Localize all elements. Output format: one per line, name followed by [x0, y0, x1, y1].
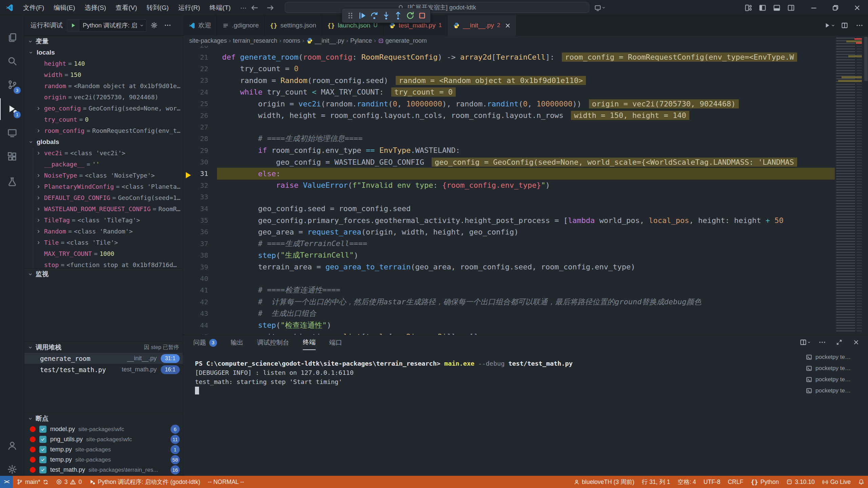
notifications-bell[interactable] — [854, 476, 868, 488]
activity-search[interactable] — [0, 50, 24, 72]
breadcrumb-item[interactable]: site-packages — [189, 37, 227, 44]
variable-row[interactable]: geo_config=GeoConfig(seed=None, wor… — [24, 103, 183, 114]
breadcrumb-item[interactable]: Pylance — [350, 37, 372, 44]
window-close-button[interactable] — [846, 0, 868, 15]
code-line[interactable]: 44 step("检查连通性") — [183, 319, 835, 331]
terminal-layout-icon[interactable] — [800, 337, 811, 348]
breakpoint-checkbox[interactable] — [39, 466, 46, 473]
variable-row[interactable]: MAX_TRY_COUNT=1000 — [24, 248, 183, 259]
restart-button[interactable] — [405, 10, 416, 21]
nav-back-icon[interactable] — [249, 2, 260, 13]
activity-testing[interactable] — [0, 171, 24, 192]
editor-more-actions[interactable] — [853, 19, 866, 32]
activity-explorer[interactable] — [0, 26, 24, 48]
step-over-button[interactable] — [369, 10, 380, 21]
continue-button[interactable] — [357, 10, 368, 21]
nav-forward-icon[interactable] — [265, 2, 276, 13]
variable-row[interactable]: WASTELAND_ROOM_REQUEST_CONFIG=RoomR… — [24, 203, 183, 215]
variable-row[interactable]: NoiseType=<class 'NoiseType'> — [24, 170, 183, 181]
git-branch-status[interactable]: main* — [13, 476, 52, 488]
code-editor[interactable]: 2021def generate_room(room_config: RoomR… — [183, 46, 835, 335]
code-line[interactable]: 26 width, height = room_config.layout.n_… — [183, 109, 835, 121]
go-live-status[interactable]: Go Live — [818, 476, 854, 488]
current-execution-line[interactable]: 31 else: — [183, 168, 835, 179]
variable-row[interactable]: room_config=RoomRequestConfig(env_t… — [24, 125, 183, 136]
variable-row[interactable]: stop=<function stop at 0x1bf8d716d… — [24, 259, 183, 268]
tab-__init__-py[interactable]: __init__.py2 — [448, 15, 517, 36]
menu-item-2[interactable]: 选择(S) — [80, 0, 111, 15]
toggle-panel-icon[interactable] — [770, 0, 784, 15]
code-line[interactable]: 41 # ====检查连通性==== — [183, 284, 835, 296]
menu-item-3[interactable]: 查看(V) — [111, 0, 142, 15]
code-line[interactable]: 25 origin = vec2i(random.randint(0, 1000… — [183, 98, 835, 109]
variable-row[interactable]: Random=<class 'Random'> — [24, 226, 183, 237]
code-line[interactable]: 39 terrain_area = geo_area_to_terrain(ge… — [183, 261, 835, 272]
encoding-status[interactable]: UTF-8 — [700, 476, 724, 488]
problems-status[interactable]: 3 0 — [52, 476, 85, 488]
window-minimize-button[interactable] — [803, 0, 825, 15]
code-line[interactable]: 23 random = Random(room_config.seed)rand… — [183, 75, 835, 86]
debug-settings-gear-icon[interactable] — [148, 19, 160, 32]
code-line[interactable]: 33 — [183, 191, 835, 203]
menu-item-6[interactable]: 终端(T) — [205, 0, 235, 15]
panel-tab-调试控制台[interactable]: 调试控制台 — [257, 335, 289, 350]
toggle-secondary-sidebar-icon[interactable] — [784, 0, 798, 15]
breakpoint-row[interactable]: model.pysite-packages\wfc6 — [24, 424, 183, 434]
variable-row[interactable]: vec2i=<class 'vec2i'> — [24, 147, 183, 159]
code-line[interactable]: 30 geo_config = WASTELAND_GEO_CONFIGgeo_… — [183, 156, 835, 168]
variable-row[interactable]: origin=vec2i(7205730, 9024468) — [24, 92, 183, 103]
code-line[interactable]: 38 step("生成TerrainCell") — [183, 249, 835, 261]
python-interpreter-status[interactable]: 3.10.10 — [783, 476, 818, 488]
code-line[interactable]: 22 try_count = 0 — [183, 63, 835, 75]
variable-row[interactable]: PlanetaryWindConfig=<class 'Planeta… — [24, 181, 183, 192]
code-line[interactable]: 45 exit_combinations: list[tuple[vec2i, … — [183, 331, 835, 335]
variable-row[interactable]: __package__='' — [24, 159, 183, 170]
panel-maximize-icon[interactable] — [833, 337, 845, 348]
terminal-instance-item[interactable]: pocketpy te… — [806, 351, 863, 363]
remote-indicator[interactable]: >< — [0, 476, 13, 488]
command-center-search[interactable]: [扩展开发宿主] godot-ldtk — [285, 2, 589, 13]
breakpoint-checkbox[interactable] — [39, 436, 46, 443]
code-line[interactable]: 21def generate_room(room_config: RoomReq… — [183, 51, 835, 63]
breakpoint-row[interactable]: png_utils.pysite-packages\wfc11 — [24, 434, 183, 444]
breakpoint-row[interactable]: test_math.pysite-packages\terrain_res...… — [24, 465, 183, 475]
menu-item-5[interactable]: 运行(R) — [174, 0, 205, 15]
activity-run-and-debug[interactable]: 1 — [0, 98, 24, 120]
customize-layout-icon[interactable] — [741, 0, 755, 15]
activity-extensions[interactable] — [0, 146, 24, 167]
panel-tab-问题[interactable]: 问题3 — [193, 335, 217, 350]
code-line[interactable]: 20 — [183, 46, 835, 51]
tab-close-icon[interactable] — [505, 22, 511, 29]
tab--[interactable]: 欢迎 — [183, 15, 217, 36]
stop-button[interactable] — [417, 10, 428, 21]
debug-session-status[interactable]: Python 调试程序: 启动文件 (godot-ldtk) — [85, 476, 204, 488]
terminal-output[interactable]: PS C:\computer_science\godot-ldtk\site-p… — [195, 359, 792, 395]
breadcrumb-item[interactable]: generate_room — [378, 37, 427, 44]
variables-scope-row[interactable]: globals — [24, 136, 183, 147]
indentation-status[interactable]: 空格: 4 — [674, 476, 699, 488]
breakpoint-row[interactable]: temp.pysite-packages1 — [24, 444, 183, 454]
code-line[interactable]: 27 — [183, 121, 835, 133]
tab-settings-json[interactable]: {}settings.json — [264, 15, 322, 36]
breadcrumb-item[interactable]: rooms — [283, 37, 300, 44]
tab--gdignore[interactable]: .gdignore — [217, 15, 264, 36]
terminal-instance-item[interactable]: pocketpy te… — [806, 363, 863, 374]
menu-item-0[interactable]: 文件(F) — [18, 0, 49, 15]
breadcrumb-item[interactable]: __init__.py — [306, 37, 344, 44]
gitlens-blame-status[interactable]: blueloveTH (3 周前) — [570, 476, 638, 488]
variable-row[interactable]: random=<Random object at 0x1bf9d01e… — [24, 80, 183, 92]
variable-row[interactable]: width=150 — [24, 69, 183, 80]
minimap[interactable] — [835, 36, 864, 335]
code-line[interactable]: 42 # 计算每一个出口的中心，然后使用astar生成路径，确保每一个出口组合都… — [183, 296, 835, 308]
split-editor-button[interactable] — [838, 19, 851, 32]
terminal-instance-item[interactable]: pocketpy te… — [806, 374, 863, 385]
code-line[interactable]: 36 geo_area = request_area(origin, width… — [183, 226, 835, 238]
code-line[interactable]: 28 # ====生成初始地理信息==== — [183, 133, 835, 144]
code-line[interactable]: 29 if room_config.env_type == EnvType.WA… — [183, 145, 835, 156]
language-mode-status[interactable]: {} Python — [747, 476, 783, 488]
run-python-file-button[interactable] — [823, 19, 836, 32]
panel-close-icon[interactable] — [850, 337, 862, 348]
panel-tab-输出[interactable]: 输出 — [231, 335, 243, 350]
watch-section-header[interactable]: 监视 — [24, 268, 183, 280]
debug-views-more-icon[interactable] — [161, 19, 174, 32]
